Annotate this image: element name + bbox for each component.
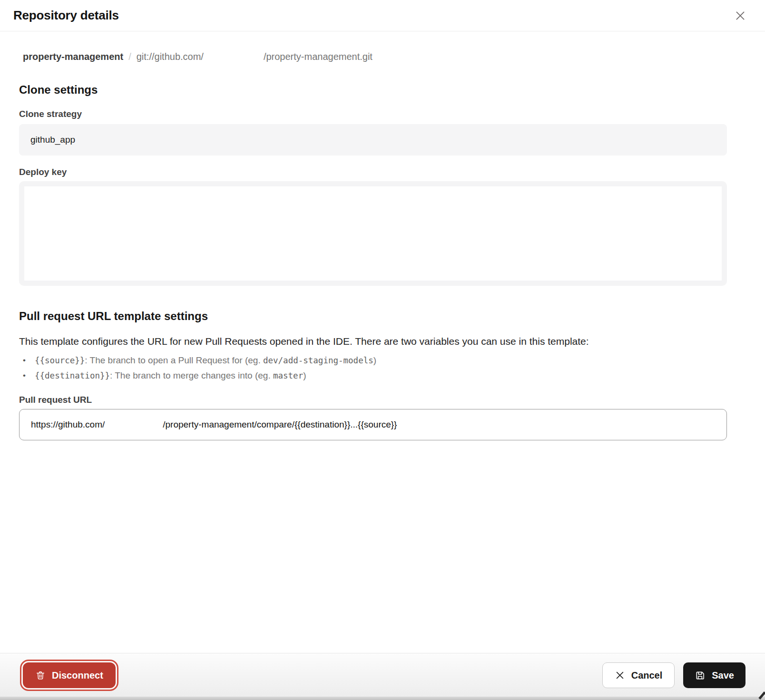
breadcrumb-separator: / xyxy=(128,51,131,62)
clone-strategy-input[interactable] xyxy=(19,124,727,156)
clone-settings-heading: Clone settings xyxy=(19,83,727,97)
modal-header: Repository details xyxy=(0,0,765,31)
disconnect-button-label: Disconnect xyxy=(52,670,103,681)
breadcrumb-url-suffix: /property-management.git xyxy=(264,51,373,62)
list-item: •{{destination}}: The branch to merge ch… xyxy=(19,368,727,383)
url-value-prefix: https://github.com/ xyxy=(31,419,105,430)
close-icon xyxy=(615,670,625,681)
url-value-suffix: /property-management/compare/{{destinati… xyxy=(163,419,397,430)
bullet-icon: • xyxy=(23,353,26,368)
close-button[interactable] xyxy=(732,7,749,24)
deploy-key-textarea[interactable] xyxy=(19,181,727,286)
page-title: Repository details xyxy=(13,8,119,23)
cancel-button-label: Cancel xyxy=(631,670,663,681)
pr-template-description: This template configures the URL for new… xyxy=(19,335,727,347)
pr-template-heading: Pull request URL template settings xyxy=(19,310,727,323)
repository-details-modal: Repository details property-management /… xyxy=(0,0,765,440)
close-icon xyxy=(734,9,747,22)
breadcrumb: property-management / git://github.com/ … xyxy=(23,51,727,62)
save-icon xyxy=(695,670,706,681)
save-button[interactable]: Save xyxy=(683,662,745,688)
modal-body: property-management / git://github.com/ … xyxy=(0,51,765,440)
save-button-label: Save xyxy=(712,670,734,681)
variable-example-code: master xyxy=(273,371,303,380)
pr-template-variable-list: •{{source}}: The branch to open a Pull R… xyxy=(19,353,727,383)
list-item: •{{source}}: The branch to open a Pull R… xyxy=(19,353,727,368)
variable-text-suffix: ) xyxy=(303,370,306,380)
variable-text: : The branch to merge changes into (eg. xyxy=(110,370,273,380)
clone-strategy-label: Clone strategy xyxy=(19,109,727,119)
pull-request-url-input[interactable]: https://github.com/ /property-management… xyxy=(19,409,727,440)
pull-request-url-label: Pull request URL xyxy=(19,395,727,405)
trash-icon xyxy=(35,670,46,681)
variable-text: : The branch to open a Pull Request for … xyxy=(85,355,263,365)
breadcrumb-repo-name: property-management xyxy=(23,51,123,62)
bullet-icon: • xyxy=(23,368,26,383)
variable-text-suffix: ) xyxy=(373,355,376,365)
variable-example-code: dev/add-staging-models xyxy=(263,356,373,365)
deploy-key-label: Deploy key xyxy=(19,167,727,177)
breadcrumb-url-prefix: git://github.com/ xyxy=(137,51,204,62)
disconnect-button[interactable]: Disconnect xyxy=(23,662,116,688)
variable-code: {{destination}} xyxy=(35,371,110,380)
cancel-button[interactable]: Cancel xyxy=(602,662,675,688)
modal-footer: Disconnect Cancel Save xyxy=(0,653,765,700)
variable-code: {{source}} xyxy=(35,356,85,365)
